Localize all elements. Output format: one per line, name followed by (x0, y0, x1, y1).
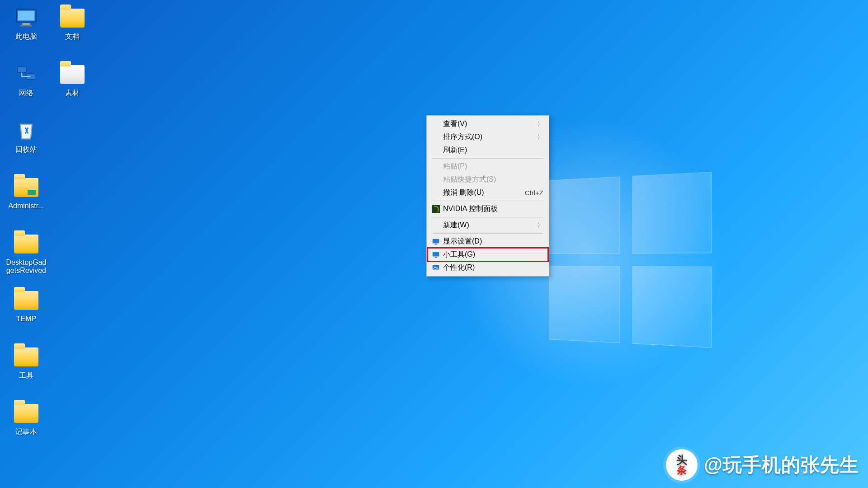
svg-rect-9 (434, 257, 437, 258)
svg-rect-2 (22, 23, 30, 25)
folder-icon (14, 232, 39, 256)
menu-item-label: 粘贴快捷方式(S) (443, 175, 543, 184)
desktop-icon-label: 素材 (65, 89, 80, 97)
chevron-right-icon: 〉 (537, 221, 543, 230)
desktop-icon-network[interactable]: 网络 (4, 56, 49, 113)
chevron-right-icon: 〉 (537, 120, 543, 128)
nvidia-icon (430, 205, 441, 213)
menu-item-label: NVIDIA 控制面板 (443, 204, 543, 214)
personalize-icon (430, 264, 441, 272)
menu-separator (432, 201, 543, 201)
menu-item-refresh[interactable]: 刷新(E) (428, 144, 548, 157)
folder-icon (14, 402, 39, 425)
menu-separator (432, 158, 543, 159)
menu-item-label: 小工具(G) (443, 250, 543, 259)
desktop-icon-label: 记事本 (15, 428, 37, 436)
menu-item-undo-delete[interactable]: 撤消 删除(U) Ctrl+Z (428, 186, 548, 199)
desktop-icon-administrator[interactable]: Administr... (4, 169, 49, 226)
svg-rect-8 (433, 252, 439, 256)
menu-item-personalize[interactable]: 个性化(R) (428, 261, 548, 274)
desktop-icon-label: 网络 (19, 89, 33, 97)
desktop-icon-label: Administr... (8, 202, 44, 210)
menu-item-shortcut: Ctrl+Z (525, 189, 543, 197)
desktop-icon-label: 回收站 (15, 145, 37, 154)
desktop-icon-notepad[interactable]: 记事本 (4, 395, 49, 452)
desktop-column-1: 此电脑 网络 回收站 Administr... DesktopGadgetsRe… (4, 0, 49, 452)
desktop-context-menu: 查看(V) 〉 排序方式(O) 〉 刷新(E) 粘贴(P) 粘贴快捷方式(S) … (426, 115, 549, 277)
desktop-icon-temp[interactable]: TEMP (4, 282, 49, 339)
network-icon (14, 63, 39, 86)
watermark-badge-top: 头 (676, 455, 687, 465)
svg-rect-7 (434, 244, 437, 244)
menu-item-label: 查看(V) (443, 119, 543, 129)
chevron-right-icon: 〉 (537, 133, 543, 141)
menu-item-display-settings[interactable]: 显示设置(D) (428, 235, 548, 248)
desktop-icon-label: 此电脑 (15, 33, 37, 41)
folder-icon (60, 6, 85, 30)
desktop-icon-this-pc[interactable]: 此电脑 (4, 0, 49, 56)
desktop-icon-label: DesktopGadgetsRevived (5, 258, 48, 275)
desktop-icon-tools[interactable]: 工具 (4, 339, 49, 395)
menu-item-label: 新建(W) (443, 221, 543, 230)
watermark: 头 条 @玩手机的张先生 (666, 449, 859, 481)
folder-person-icon (14, 176, 39, 199)
watermark-text: @玩手机的张先生 (704, 452, 859, 478)
desktop[interactable]: 此电脑 网络 回收站 Administr... DesktopGadgetsRe… (0, 0, 868, 488)
menu-item-label: 排序方式(O) (443, 132, 543, 142)
recycle-bin-icon (14, 119, 39, 143)
desktop-icon-label: TEMP (16, 315, 36, 323)
menu-item-nvidia-control-panel[interactable]: NVIDIA 控制面板 (428, 202, 548, 216)
menu-separator (432, 233, 543, 234)
menu-separator (432, 217, 543, 217)
desktop-icon-documents[interactable]: 文档 (50, 0, 95, 56)
folder-icon (14, 289, 39, 312)
menu-item-sort[interactable]: 排序方式(O) 〉 (428, 131, 548, 144)
menu-item-label: 刷新(E) (443, 145, 543, 155)
menu-item-view[interactable]: 查看(V) 〉 (428, 117, 548, 131)
menu-item-paste-shortcut: 粘贴快捷方式(S) (428, 173, 548, 186)
watermark-badge-icon: 头 条 (666, 449, 698, 481)
folder-icon (14, 345, 39, 369)
menu-item-label: 粘贴(P) (443, 162, 543, 171)
menu-item-label: 撤消 删除(U) (443, 188, 525, 197)
menu-item-gadgets[interactable]: 小工具(G) (428, 248, 548, 261)
gadgets-icon (430, 251, 441, 259)
menu-item-label: 个性化(R) (443, 263, 543, 272)
menu-item-label: 显示设置(D) (443, 237, 543, 246)
folder-thumbnail-icon (60, 63, 85, 86)
svg-rect-4 (18, 67, 27, 73)
menu-item-new[interactable]: 新建(W) 〉 (428, 219, 548, 232)
display-settings-icon (430, 238, 441, 246)
svg-rect-1 (18, 11, 35, 21)
desktop-icon-label: 文档 (65, 33, 80, 41)
monitor-icon (14, 6, 39, 30)
svg-rect-6 (433, 239, 439, 243)
desktop-column-2: 文档 素材 (50, 0, 95, 113)
desktop-icon-desktopgadgetsrevived[interactable]: DesktopGadgetsRevived (4, 226, 49, 282)
watermark-badge-bottom: 条 (677, 465, 687, 475)
desktop-icon-recycle-bin[interactable]: 回收站 (4, 113, 49, 169)
desktop-icon-assets[interactable]: 素材 (50, 56, 95, 113)
svg-rect-3 (20, 25, 32, 26)
menu-item-paste: 粘贴(P) (428, 160, 548, 173)
desktop-icon-label: 工具 (19, 371, 33, 380)
